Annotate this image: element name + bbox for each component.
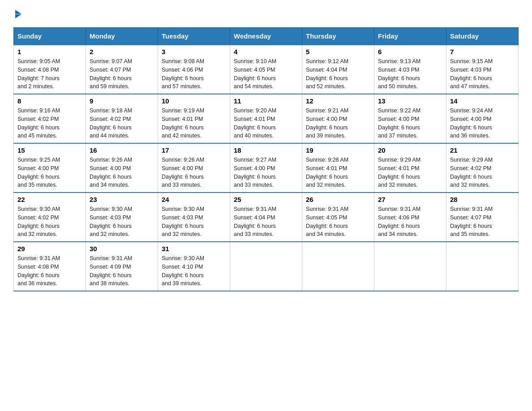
calendar-cell [230,242,302,291]
weekday-header-tuesday: Tuesday [158,28,230,45]
day-info: Sunrise: 9:21 AMSunset: 4:00 PMDaylight:… [306,107,370,140]
day-info: Sunrise: 9:20 AMSunset: 4:01 PMDaylight:… [234,107,298,140]
day-number: 11 [234,97,298,105]
calendar-cell: 29Sunrise: 9:31 AMSunset: 4:08 PMDayligh… [14,242,86,291]
day-number: 6 [378,48,442,56]
calendar-cell: 22Sunrise: 9:30 AMSunset: 4:02 PMDayligh… [14,193,86,242]
day-number: 12 [306,97,370,105]
day-number: 27 [378,196,442,203]
day-info: Sunrise: 9:30 AMSunset: 4:02 PMDaylight:… [17,205,82,239]
calendar-cell: 10Sunrise: 9:19 AMSunset: 4:01 PMDayligh… [158,94,230,143]
day-number: 21 [450,146,515,154]
day-number: 16 [90,146,154,154]
day-number: 23 [90,196,154,203]
day-info: Sunrise: 9:12 AMSunset: 4:04 PMDaylight:… [306,57,370,91]
weekday-header-row: SundayMondayTuesdayWednesdayThursdayFrid… [14,28,519,45]
weekday-header-thursday: Thursday [302,28,374,45]
day-number: 20 [378,146,442,154]
calendar-week-3: 15Sunrise: 9:25 AMSunset: 4:00 PMDayligh… [14,143,519,193]
day-info: Sunrise: 9:30 AMSunset: 4:10 PMDaylight:… [162,254,226,288]
calendar-cell: 8Sunrise: 9:16 AMSunset: 4:02 PMDaylight… [14,94,86,143]
day-number: 22 [17,196,82,203]
day-info: Sunrise: 9:29 AMSunset: 4:01 PMDaylight:… [378,156,442,189]
day-number: 10 [162,97,226,105]
calendar-cell [302,242,374,291]
day-info: Sunrise: 9:27 AMSunset: 4:00 PMDaylight:… [234,156,298,189]
day-info: Sunrise: 9:19 AMSunset: 4:01 PMDaylight:… [162,107,226,140]
day-number: 17 [162,146,226,154]
weekday-header-monday: Monday [86,28,158,45]
day-number: 24 [162,196,226,203]
calendar-cell [446,242,519,291]
day-number: 31 [162,245,226,253]
day-info: Sunrise: 9:16 AMSunset: 4:02 PMDaylight:… [17,107,82,140]
day-info: Sunrise: 9:26 AMSunset: 4:00 PMDaylight:… [162,156,226,189]
day-info: Sunrise: 9:29 AMSunset: 4:02 PMDaylight:… [450,156,515,189]
day-number: 13 [378,97,442,105]
calendar-cell: 1Sunrise: 9:05 AMSunset: 4:08 PMDaylight… [14,45,86,94]
day-number: 26 [306,196,370,203]
day-info: Sunrise: 9:31 AMSunset: 4:06 PMDaylight:… [378,205,442,239]
day-info: Sunrise: 9:13 AMSunset: 4:03 PMDaylight:… [378,57,442,91]
calendar-cell: 7Sunrise: 9:15 AMSunset: 4:03 PMDaylight… [446,45,519,94]
logo [13,9,21,18]
calendar-week-1: 1Sunrise: 9:05 AMSunset: 4:08 PMDaylight… [14,45,519,94]
day-info: Sunrise: 9:10 AMSunset: 4:05 PMDaylight:… [234,57,298,91]
calendar-cell: 18Sunrise: 9:27 AMSunset: 4:00 PMDayligh… [230,143,302,193]
calendar-cell: 26Sunrise: 9:31 AMSunset: 4:05 PMDayligh… [302,193,374,242]
day-number: 2 [90,48,154,56]
day-info: Sunrise: 9:31 AMSunset: 4:09 PMDaylight:… [90,254,154,288]
day-number: 8 [17,97,82,105]
day-info: Sunrise: 9:26 AMSunset: 4:00 PMDaylight:… [90,156,154,189]
weekday-header-friday: Friday [374,28,446,45]
day-info: Sunrise: 9:31 AMSunset: 4:07 PMDaylight:… [450,205,515,239]
calendar-cell: 31Sunrise: 9:30 AMSunset: 4:10 PMDayligh… [158,242,230,291]
calendar-week-5: 29Sunrise: 9:31 AMSunset: 4:08 PMDayligh… [14,242,519,291]
calendar-cell: 20Sunrise: 9:29 AMSunset: 4:01 PMDayligh… [374,143,446,193]
calendar-cell: 2Sunrise: 9:07 AMSunset: 4:07 PMDaylight… [86,45,158,94]
day-number: 25 [234,196,298,203]
day-number: 19 [306,146,370,154]
weekday-header-saturday: Saturday [446,28,519,45]
day-info: Sunrise: 9:05 AMSunset: 4:08 PMDaylight:… [17,57,82,91]
day-info: Sunrise: 9:31 AMSunset: 4:08 PMDaylight:… [17,254,82,288]
day-info: Sunrise: 9:28 AMSunset: 4:01 PMDaylight:… [306,156,370,189]
day-number: 28 [450,196,515,203]
calendar-cell: 12Sunrise: 9:21 AMSunset: 4:00 PMDayligh… [302,94,374,143]
calendar-cell: 19Sunrise: 9:28 AMSunset: 4:01 PMDayligh… [302,143,374,193]
calendar-cell: 27Sunrise: 9:31 AMSunset: 4:06 PMDayligh… [374,193,446,242]
calendar-cell: 23Sunrise: 9:30 AMSunset: 4:03 PMDayligh… [86,193,158,242]
day-info: Sunrise: 9:18 AMSunset: 4:02 PMDaylight:… [90,107,154,140]
calendar-cell: 4Sunrise: 9:10 AMSunset: 4:05 PMDaylight… [230,45,302,94]
calendar-cell: 17Sunrise: 9:26 AMSunset: 4:00 PMDayligh… [158,143,230,193]
day-info: Sunrise: 9:07 AMSunset: 4:07 PMDaylight:… [90,57,154,91]
day-number: 15 [17,146,82,154]
day-number: 14 [450,97,515,105]
day-info: Sunrise: 9:31 AMSunset: 4:04 PMDaylight:… [234,205,298,239]
day-info: Sunrise: 9:31 AMSunset: 4:05 PMDaylight:… [306,205,370,239]
calendar-cell: 16Sunrise: 9:26 AMSunset: 4:00 PMDayligh… [86,143,158,193]
day-number: 1 [17,48,82,56]
calendar-cell: 21Sunrise: 9:29 AMSunset: 4:02 PMDayligh… [446,143,519,193]
day-number: 5 [306,48,370,56]
calendar-cell: 14Sunrise: 9:24 AMSunset: 4:00 PMDayligh… [446,94,519,143]
logo-text [13,9,21,18]
calendar-cell: 3Sunrise: 9:08 AMSunset: 4:06 PMDaylight… [158,45,230,94]
day-number: 9 [90,97,154,105]
day-info: Sunrise: 9:30 AMSunset: 4:03 PMDaylight:… [90,205,154,239]
calendar-cell [374,242,446,291]
weekday-header-wednesday: Wednesday [230,28,302,45]
day-info: Sunrise: 9:24 AMSunset: 4:00 PMDaylight:… [450,107,515,140]
calendar-cell: 9Sunrise: 9:18 AMSunset: 4:02 PMDaylight… [86,94,158,143]
day-info: Sunrise: 9:08 AMSunset: 4:06 PMDaylight:… [162,57,226,91]
day-info: Sunrise: 9:22 AMSunset: 4:00 PMDaylight:… [378,107,442,140]
day-info: Sunrise: 9:30 AMSunset: 4:03 PMDaylight:… [162,205,226,239]
calendar-cell: 28Sunrise: 9:31 AMSunset: 4:07 PMDayligh… [446,193,519,242]
day-number: 18 [234,146,298,154]
day-number: 30 [90,245,154,253]
day-number: 3 [162,48,226,56]
calendar-cell: 6Sunrise: 9:13 AMSunset: 4:03 PMDaylight… [374,45,446,94]
page-header [13,9,519,18]
day-number: 29 [17,245,82,253]
calendar-cell: 11Sunrise: 9:20 AMSunset: 4:01 PMDayligh… [230,94,302,143]
